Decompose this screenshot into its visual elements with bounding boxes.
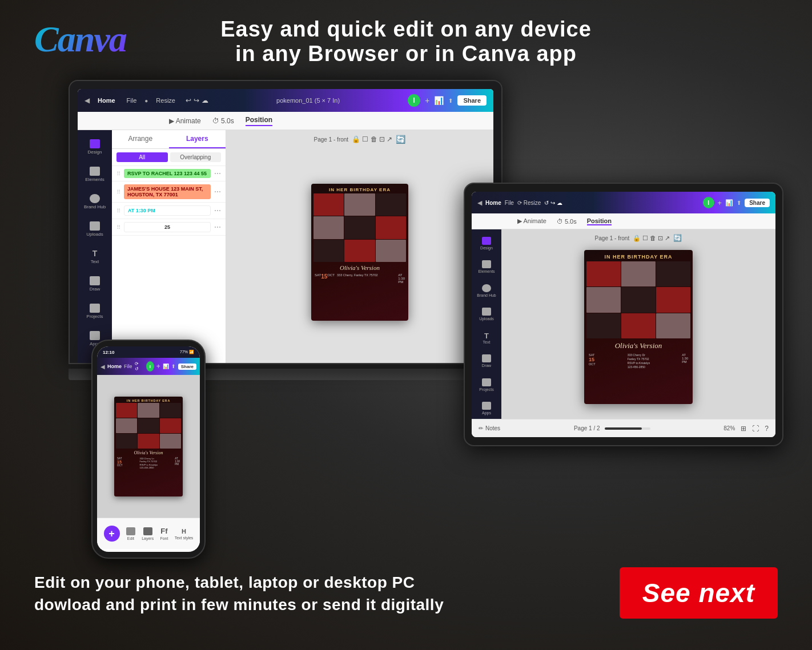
- tablet-zoom: 82%: [723, 425, 735, 431]
- tablet-card-grid: [584, 261, 693, 338]
- tablet-card-bottom: SAT15OCT 333 Cherry DrFanley TX 75702RSV…: [584, 352, 693, 371]
- tablet-card-cursive: Olivia's Version: [584, 338, 693, 352]
- sidebar-item-text[interactable]: T Text: [82, 244, 107, 268]
- tablet-sidebar-apps[interactable]: Apps: [474, 398, 499, 419]
- tablet-sidebar-elements[interactable]: Elements: [474, 256, 499, 277]
- laptop-animate-btn[interactable]: ▶ Animate: [169, 117, 201, 125]
- laptop-screen: ◀ Home File ● Resize ↩ ↪ ☁ pokemon_01 (5…: [78, 89, 493, 363]
- tablet-sidebar-draw[interactable]: Draw: [474, 350, 499, 372]
- photo-cell-1: [313, 193, 344, 216]
- sidebar-item-elements[interactable]: Elements: [82, 162, 107, 186]
- layer-item-25[interactable]: ⠿ 25 ⋯: [112, 219, 226, 236]
- bottom-text-line2: dowload and print in few minutes or send…: [34, 594, 444, 616]
- sidebar-item-projects[interactable]: Projects: [82, 299, 107, 323]
- phone-font-btn[interactable]: Ff Font: [160, 527, 168, 540]
- tablet-avatar: I: [703, 197, 714, 208]
- sidebar-item-design[interactable]: Design: [82, 135, 107, 159]
- phone-card-grid: [114, 403, 183, 449]
- laptop-card-cursive: Olivia's Version: [311, 262, 408, 272]
- layer-time-text: AT 1:30 PM: [124, 205, 211, 216]
- phone-textstyle-btn[interactable]: H Text styles: [175, 528, 194, 540]
- phone-time: 12:10: [103, 350, 114, 355]
- laptop-page-label: Page 1 - front 🔒 ☐ 🗑 ⊡ ↗ 🔄: [314, 135, 406, 144]
- tablet-grid-view-btn[interactable]: ⊞: [741, 425, 746, 433]
- phone-photo-3: [160, 403, 181, 418]
- laptop-layers-toggle: All Overlapping: [112, 149, 226, 166]
- tablet-photo-7: [586, 313, 621, 338]
- layer-item-time[interactable]: ⠿ AT 1:30 PM ⋯: [112, 203, 226, 219]
- laptop-layers-panel: Arrange Layers All Overlapping ⠿ RSVP TO…: [112, 130, 226, 363]
- phone-add-btn[interactable]: +: [104, 526, 120, 542]
- laptop-layers-tabs: Arrange Layers: [112, 130, 226, 149]
- laptop-file-btn[interactable]: File: [123, 96, 140, 105]
- tablet-photo-9: [656, 313, 690, 338]
- tablet-animate-btn[interactable]: ▶ Animate: [517, 217, 546, 225]
- tablet-sidebar-text[interactable]: T Text: [474, 327, 499, 348]
- laptop-duration-btn[interactable]: ⏱ 5.0s: [212, 117, 234, 125]
- photo-cell-5: [344, 216, 375, 239]
- laptop-resize-btn[interactable]: Resize: [152, 96, 179, 105]
- sidebar-item-uploads[interactable]: Uploads: [82, 217, 107, 241]
- phone-bottom-toolbar: + Edit Layers Ff Font H Text styles: [97, 518, 200, 549]
- laptop-body: Design Elements Brand Hub Uploads: [78, 130, 493, 363]
- sidebar-item-brand[interactable]: Brand Hub: [82, 189, 107, 213]
- phone-edit-btn[interactable]: Edit: [126, 527, 135, 540]
- laptop-user-avatar: I: [408, 94, 420, 107]
- tablet-sidebar-brand[interactable]: Brand Hub: [474, 280, 499, 301]
- tablet-fullscreen-btn[interactable]: ⛶: [752, 425, 759, 433]
- tablet-sidebar-projects[interactable]: Projects: [474, 374, 499, 395]
- laptop-subtoolbar: ▶ Animate ⏱ 5.0s Position: [78, 112, 493, 130]
- layer-item-rsvp[interactable]: ⠿ RSVP TO RACHEL 123 123 44 55 ⋯: [112, 166, 226, 181]
- phone-photo-4: [116, 418, 137, 433]
- phone-canvas-card: IN HER BIRTHDAY ERA Olivia's Version: [114, 397, 183, 496]
- tablet-photo-2: [621, 261, 656, 286]
- sidebar-item-draw[interactable]: Draw: [82, 272, 107, 296]
- tablet-card-title: IN HER BIRTHDAY ERA: [584, 250, 693, 261]
- tablet-notes-btn[interactable]: ✏ Notes: [479, 425, 500, 431]
- phone-photo-1: [116, 403, 137, 418]
- laptop-card-photo-grid: [311, 193, 408, 262]
- tablet-photo-3: [656, 261, 690, 286]
- tablet-sidebar-uploads[interactable]: Uploads: [474, 304, 499, 325]
- phone-card-cursive: Olivia's Version: [114, 449, 183, 456]
- tablet-photo-4: [586, 287, 621, 312]
- tablet-canvas-area: Page 1 - front 🔒 ☐ 🗑 ⊡ ↗ 🔄 IN HER BIRTHD…: [501, 229, 775, 419]
- laptop-layers-tab[interactable]: Layers: [169, 130, 226, 148]
- photo-cell-3: [376, 193, 406, 216]
- laptop-share-btn[interactable]: Share: [457, 95, 487, 106]
- laptop-home-btn[interactable]: Home: [94, 96, 119, 105]
- phone-layers-btn[interactable]: Layers: [142, 527, 154, 540]
- tablet-help-btn[interactable]: ?: [765, 425, 769, 433]
- phone-canvas-area: IN HER BIRTHDAY ERA Olivia's Version: [97, 375, 200, 518]
- laptop-card-bottom: SAT15OCT 333 Cherry, Fanley TX 75702 AT1…: [311, 272, 408, 285]
- phone-device: 12:10 77% 📶 ◀ Home File ⟳ ↺ I + 📊 ⬆ Shar…: [91, 340, 206, 559]
- tablet-page-info: Page 1 / 2: [506, 425, 718, 431]
- laptop-overlapping-btn[interactable]: Overlapping: [170, 152, 222, 162]
- tablet-sidebar-design[interactable]: Design: [474, 233, 499, 254]
- tablet-canvas-card: IN HER BIRTHDAY ERA Olivia': [584, 250, 693, 404]
- tablet-photo-6: [656, 287, 690, 312]
- laptop-screen-outer: ◀ Home File ● Resize ↩ ↪ ☁ pokemon_01 (5…: [69, 80, 503, 364]
- layer-item-address[interactable]: ⠿ JAMES'S HOUSE 123 MAIN ST, HOUSTON, TX…: [112, 181, 226, 203]
- laptop-arrange-tab[interactable]: Arrange: [112, 130, 169, 148]
- laptop-position-btn[interactable]: Position: [246, 116, 272, 126]
- tablet-screen: ◀ Home File ⟳ Resize ↺ ↪ ☁ I + 📊 ⬆ Share…: [472, 192, 775, 437]
- headline-line2: in any Browser or in Canva app: [0, 42, 812, 66]
- tablet-share-btn[interactable]: Share: [745, 199, 770, 207]
- tablet-photo-5: [621, 287, 656, 312]
- phone-photo-5: [138, 418, 159, 433]
- tablet-duration-btn[interactable]: ⏱ 5.0s: [557, 218, 577, 225]
- tablet-progress-bar: [605, 427, 650, 430]
- headline: Easy and quick edit on any device in any…: [0, 17, 812, 66]
- phone-share-btn[interactable]: Share: [178, 364, 196, 370]
- phone-topbar: ◀ Home File ⟳ ↺ I + 📊 ⬆ Share: [97, 358, 200, 375]
- laptop-canvas-card: IN HER BIRTHDAY ERA Olivia': [311, 184, 408, 321]
- tablet-position-btn[interactable]: Position: [587, 217, 612, 225]
- laptop-all-btn[interactable]: All: [116, 152, 168, 162]
- phone-status-icons: 77% 📶: [180, 350, 194, 354]
- see-next-button[interactable]: See next: [620, 567, 778, 619]
- tablet-topbar: ◀ Home File ⟳ Resize ↺ ↪ ☁ I + 📊 ⬆ Share: [472, 192, 775, 213]
- tablet-bottom-bar: ✏ Notes Page 1 / 2 82% ⊞ ⛶ ?: [472, 419, 775, 437]
- photo-cell-8: [344, 240, 375, 262]
- phone-card-title: IN HER BIRTHDAY ERA: [114, 397, 183, 403]
